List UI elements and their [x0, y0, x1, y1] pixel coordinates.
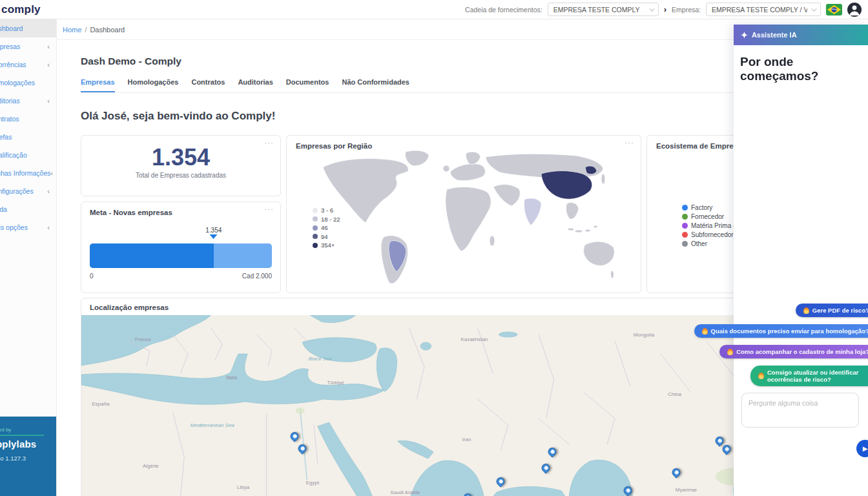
goal-min-label: 0: [90, 273, 94, 280]
top-bar: comply Cadeia de fornecimentos: EMPRESA …: [0, 0, 868, 19]
sparkle-icon: ✦: [741, 31, 748, 39]
legend-label: Subfornecedor: [691, 231, 734, 238]
sidebar-item-label: Tarefas: [0, 133, 12, 141]
card-menu-icon[interactable]: ···: [625, 138, 634, 147]
legend-label: Other: [691, 240, 707, 247]
region-legend-item: 3 - 6: [313, 207, 340, 214]
chip-label: Como acompanhar o cadastro de minha loja…: [736, 348, 868, 355]
send-icon: ▶: [863, 445, 868, 452]
footer-divider: [0, 435, 44, 436]
chevron-left-icon: ‹: [51, 169, 54, 177]
total-companies-caption: Total de Empresas cadastradas: [81, 172, 280, 179]
region-legend: 3 - 6 18 - 22 46: [313, 207, 340, 249]
sidebar-item[interactable]: Mais opções ‹: [0, 218, 56, 236]
chevron-down-icon: [811, 6, 816, 11]
total-companies-card: ··· 1.354 Total de Empresas cadastradas: [81, 135, 281, 196]
dashboard-tab[interactable]: Auditorias: [238, 78, 273, 92]
goal-marker: 1.354: [205, 227, 222, 239]
sidebar-item-label: Dashboard: [0, 25, 23, 32]
dashboard-tab[interactable]: Homologações: [128, 78, 179, 92]
version-label: Versão 1.127.3: [0, 455, 52, 462]
ai-panel-title: Assistente IA: [752, 31, 797, 39]
sidebar-item[interactable]: Empresas ‹: [0, 37, 56, 56]
goal-marker-value: 1.354: [205, 227, 222, 234]
dashboard-tab[interactable]: Contratos: [191, 78, 225, 92]
ai-panel-header: ✦ Assistente IA: [734, 25, 868, 45]
legend-dot-icon: [313, 216, 318, 222]
sidebar-item-label: Homologações: [0, 79, 35, 87]
country-india: [524, 198, 541, 225]
chevron-left-icon: ‹: [47, 43, 50, 50]
chip-label: Gere PDF de risco?: [812, 307, 868, 314]
sidebar-item-label: Contratos: [0, 115, 19, 123]
sidebar-item[interactable]: Minhas Informações ‹: [0, 164, 56, 182]
tab-label: Não Conformidades: [342, 78, 409, 86]
marker-triangle-icon: [210, 234, 218, 239]
breadcrumb-current: Dashboard: [90, 26, 125, 34]
card-menu-icon[interactable]: ···: [264, 205, 274, 214]
legend-label: 46: [321, 224, 328, 231]
legend-dot-icon: [313, 234, 318, 239]
goal-card-title: Meta - Novas empresas: [90, 209, 272, 216]
world-choropleth-map: [311, 149, 615, 285]
sidebar-item-label: Minhas Informações: [0, 169, 51, 177]
sidebar-item[interactable]: Contratos: [0, 110, 56, 128]
legend-dot-icon: [313, 225, 318, 231]
ai-welcome-heading: Por onde começamos?: [734, 45, 868, 83]
region-legend-item: 354+: [313, 242, 340, 249]
ai-suggestion-chip[interactable]: Quais documentos preciso enviar para hom…: [694, 324, 868, 338]
sidebar-item[interactable]: Qualificação: [0, 146, 56, 164]
company-select[interactable]: EMPRESA TESTE COMPLY / Varejista: [706, 3, 821, 16]
sidebar-item[interactable]: Auditorias ‹: [0, 92, 56, 110]
sidebar-item[interactable]: Ocorrências ‹: [0, 56, 56, 74]
sidebar-item[interactable]: Homologações: [0, 74, 56, 92]
tab-label: Contratos: [191, 78, 225, 86]
user-avatar[interactable]: [847, 3, 862, 17]
sidebar-item-label: Auditorias: [0, 97, 20, 105]
sidebar: Dashboard Empresas ‹ Ocorrências ‹ Homol…: [0, 19, 57, 496]
supply-chain-select[interactable]: EMPRESA TESTE COMPLY: [548, 3, 659, 16]
sidebar-item[interactable]: Tarefas: [0, 128, 56, 146]
chevron-down-icon: [649, 6, 654, 11]
legend-dot-icon: [313, 243, 318, 248]
legend-label: 3 - 6: [321, 207, 333, 214]
card-menu-icon[interactable]: ···: [264, 138, 274, 147]
sidebar-item[interactable]: Dashboard: [0, 19, 56, 37]
supplylabs-logo: supplylabs: [0, 439, 52, 450]
dashboard-tab[interactable]: Documentos: [286, 78, 329, 92]
ai-suggestion-chip[interactable]: Gere PDF de risco?: [796, 304, 868, 317]
flame-icon: [758, 373, 764, 379]
goal-max-label: Cad 2.000: [242, 273, 272, 280]
legend-dot-icon: [682, 241, 688, 247]
ai-suggestion-chip[interactable]: Consigo atualizar ou identificar ocorrên…: [750, 366, 868, 386]
breadcrumb-home-link[interactable]: Home: [63, 26, 81, 34]
legend-dot-icon: [313, 208, 318, 213]
sidebar-menu: Dashboard Empresas ‹ Ocorrências ‹ Homol…: [0, 19, 56, 236]
send-button[interactable]: ▶: [856, 440, 868, 457]
breadcrumb-separator: /: [85, 26, 87, 34]
dashboard-tab[interactable]: Empresas: [81, 78, 115, 92]
dashboard-tab[interactable]: Não Conformidades: [342, 78, 409, 92]
goal-progress-fill: [90, 243, 214, 268]
tab-label: Empresas: [81, 78, 115, 86]
chevron-right-icon: ›: [664, 5, 666, 14]
legend-dot-icon: [682, 223, 688, 229]
brazil-flag-icon: [826, 4, 842, 16]
sidebar-item[interactable]: Configurações ‹: [0, 182, 56, 200]
ai-suggestion-chips: Gere PDF de risco? Quais documentos prec…: [718, 304, 868, 386]
supply-chain-value: EMPRESA TESTE COMPLY: [553, 6, 645, 14]
sidebar-footer: powered by supplylabs Versão 1.127.3: [0, 417, 56, 496]
sidebar-item-label: Empresas: [0, 43, 20, 50]
sidebar-item[interactable]: Ajuda: [0, 200, 56, 218]
sidebar-item-label: Qualificação: [0, 151, 27, 159]
powered-by-label: powered by: [0, 427, 52, 433]
total-companies-value: 1.354: [81, 144, 280, 171]
sidebar-item-label: Ajuda: [0, 205, 7, 213]
chevron-left-icon: ‹: [47, 97, 50, 105]
ai-suggestion-chip[interactable]: Como acompanhar o cadastro de minha loja…: [719, 345, 868, 358]
ai-question-input[interactable]: [741, 393, 859, 428]
sidebar-item-label: Ocorrências: [0, 61, 26, 68]
legend-label: 354+: [321, 242, 335, 249]
chip-label: Consigo atualizar ou identificar ocorrên…: [767, 369, 868, 383]
ai-assistant-panel: ✦ Assistente IA Por onde começamos? Gere…: [734, 25, 868, 496]
